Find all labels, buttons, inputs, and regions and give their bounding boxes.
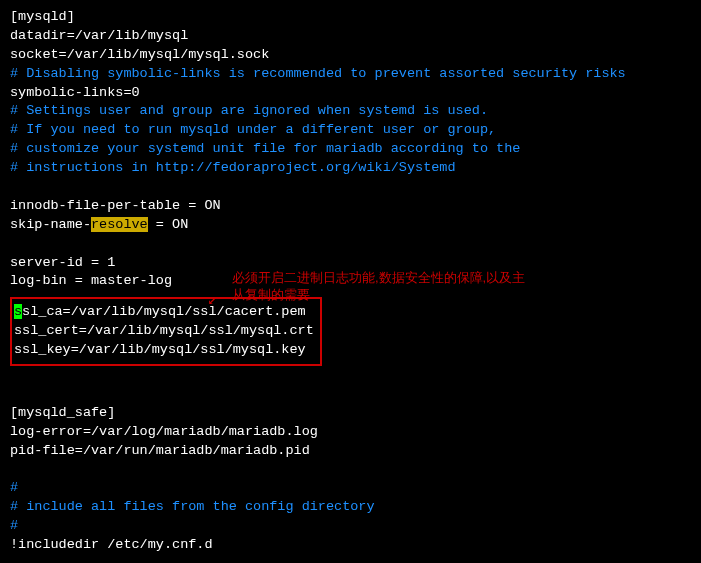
config-line: datadir=/var/lib/mysql	[10, 27, 691, 46]
comment-line: # customize your systemd unit file for m…	[10, 140, 691, 159]
arrow-icon: ↙	[208, 291, 216, 311]
cursor: s	[14, 304, 22, 319]
annotation-line2: 从复制的需要	[232, 287, 525, 304]
config-line: ssl_ca=/var/lib/mysql/ssl/cacert.pem	[14, 303, 314, 322]
comment-line: #	[10, 517, 691, 536]
config-line: ssl_key=/var/lib/mysql/ssl/mysql.key	[14, 341, 314, 360]
config-line: log-error=/var/log/mariadb/mariadb.log	[10, 423, 691, 442]
config-line: socket=/var/lib/mysql/mysql.sock	[10, 46, 691, 65]
text-fragment: = ON	[148, 217, 189, 232]
config-line: !includedir /etc/my.cnf.d	[10, 536, 691, 555]
comment-line: #	[10, 479, 691, 498]
config-line: symbolic-links=0	[10, 84, 691, 103]
config-line: pid-file=/var/run/mariadb/mariadb.pid	[10, 442, 691, 461]
config-line: [mysqld_safe]	[10, 404, 691, 423]
text-fragment: sl_ca=/var/lib/mysql/ssl/cacert.pem	[22, 304, 306, 319]
annotation-line1: 必须开启二进制日志功能,数据安全性的保障,以及主	[232, 270, 525, 287]
comment-line: # Disabling symbolic-links is recommende…	[10, 65, 691, 84]
config-line: innodb-file-per-table = ON	[10, 197, 691, 216]
comment-line: # If you need to run mysqld under a diff…	[10, 121, 691, 140]
text-fragment: skip-name-	[10, 217, 91, 232]
comment-line: # Settings user and group are ignored wh…	[10, 102, 691, 121]
config-line: ssl_cert=/var/lib/mysql/ssl/mysql.crt	[14, 322, 314, 341]
comment-line: # instructions in http://fedoraproject.o…	[10, 159, 691, 178]
config-line: [mysqld]	[10, 8, 691, 27]
highlighted-block: ssl_ca=/var/lib/mysql/ssl/cacert.pem ssl…	[10, 297, 322, 366]
config-line: skip-name-resolve = ON	[10, 216, 691, 235]
comment-line: # include all files from the config dire…	[10, 498, 691, 517]
annotation-text: 必须开启二进制日志功能,数据安全性的保障,以及主 从复制的需要	[232, 270, 525, 304]
highlighted-text: resolve	[91, 217, 148, 232]
terminal-window: [mysqld] datadir=/var/lib/mysql socket=/…	[10, 8, 691, 555]
